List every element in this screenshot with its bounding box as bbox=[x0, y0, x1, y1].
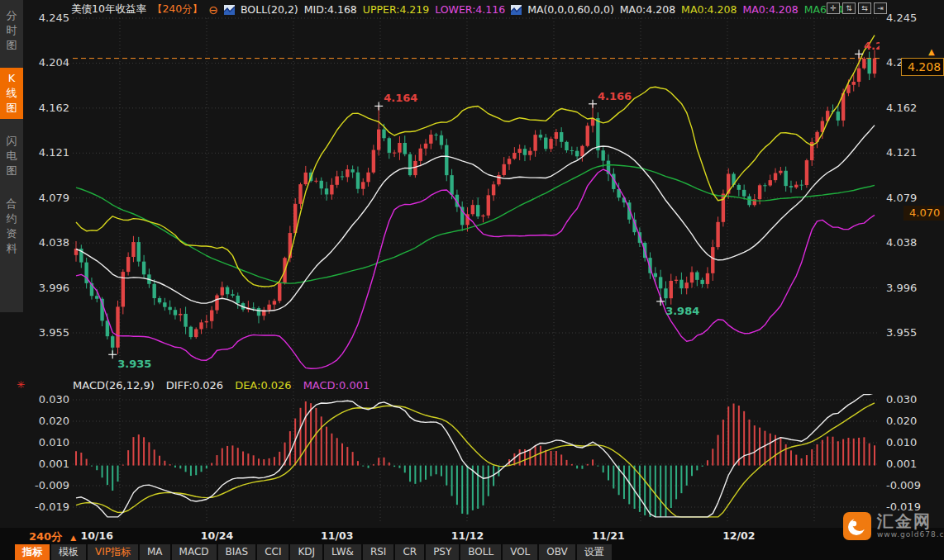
date-tick-11/03: 11/03 bbox=[321, 529, 353, 542]
axis-label: -0.009 bbox=[0, 478, 69, 493]
axis-label: 4.079 bbox=[886, 191, 917, 206]
date-tick-10/16: 10/16 bbox=[81, 529, 113, 542]
boll-lower-value: LOWER:4.116 bbox=[435, 3, 505, 16]
sidebar-tab-char: 时 bbox=[7, 23, 17, 38]
ma-params: MA(0,0,0,60,0,0) bbox=[527, 3, 614, 16]
date-tick-11/12: 11/12 bbox=[451, 529, 484, 542]
sidebar-tab-char: 图 bbox=[7, 101, 17, 116]
date-tick-11/21: 11/21 bbox=[592, 529, 624, 542]
axis-label: 0.010 bbox=[886, 435, 917, 450]
current-price-tag: 4.208 bbox=[901, 58, 944, 76]
sidebar-tab-char: 分 bbox=[7, 8, 17, 23]
axis-label: 3.996 bbox=[886, 281, 917, 296]
collapse-pane-icon[interactable]: ⇥ bbox=[874, 2, 887, 14]
sidebar-tab-char: 料 bbox=[7, 241, 17, 256]
indicator-header: 美债10年收益率【240分】⊖BOLL(20,2)MID:4.168UPPER:… bbox=[71, 2, 853, 17]
toolbar-button-BIAS[interactable]: BIAS bbox=[218, 544, 256, 560]
macd-dea-value: DEA:0.026 bbox=[235, 379, 292, 392]
brand-logo: 汇金网 www.gold678.com bbox=[843, 512, 944, 540]
axis-label: 0.001 bbox=[886, 457, 917, 472]
brand-url: www.gold678.com bbox=[877, 530, 944, 539]
sidebar-tab-char: 合 bbox=[7, 197, 17, 211]
axis-label: -0.019 bbox=[0, 500, 69, 515]
svg-text:3.984: 3.984 bbox=[665, 305, 699, 317]
axis-label: 0.030 bbox=[0, 392, 69, 407]
chart-tool-buttons: ✛⇅⇆⇥ bbox=[827, 2, 887, 14]
trading-terminal: 美债10年收益率【240分】⊖BOLL(20,2)MID:4.168UPPER:… bbox=[0, 0, 944, 560]
ma0-yellow-value: MA0:4.208 bbox=[681, 3, 737, 16]
svg-text:4.212: 4.212 bbox=[864, 40, 880, 52]
toolbar-button-LW&[interactable]: LW& bbox=[324, 544, 361, 560]
axis-label: 3.955 bbox=[0, 325, 69, 340]
sidebar-tab-char: 约 bbox=[7, 211, 17, 226]
sidebar-tab-lightning-chart[interactable]: 闪电图 bbox=[0, 131, 23, 182]
sidebar-tab-time-chart[interactable]: 分时图 bbox=[0, 5, 23, 56]
svg-text:3.935: 3.935 bbox=[117, 358, 151, 370]
macd-hist-value: MACD:0.001 bbox=[303, 379, 370, 392]
toolbar-button-KDJ[interactable]: KDJ bbox=[290, 544, 322, 560]
axis-label: 4.121 bbox=[886, 145, 917, 160]
ma0-white-value: MA0:4.208 bbox=[620, 3, 675, 16]
sidebar-tab-kline-chart[interactable]: K线图 bbox=[0, 68, 23, 119]
grid-lines bbox=[73, 18, 880, 522]
toolbar-button-指标[interactable]: 指标 bbox=[15, 544, 50, 560]
price-annotations: 3.9354.1644.1663.9844.212 bbox=[108, 40, 880, 370]
macd-diff-value: DIFF:0.026 bbox=[166, 379, 223, 392]
axis-label: 0.020 bbox=[0, 414, 69, 429]
sidebar-tab-char: 图 bbox=[7, 164, 17, 178]
period-selector-label: 240分 bbox=[29, 530, 62, 543]
toolbar-button-模板[interactable]: 模板 bbox=[51, 544, 86, 560]
chart-canvas[interactable]: 3.9354.1644.1663.9844.212 bbox=[73, 0, 880, 529]
sidebar-tab-char: 电 bbox=[7, 149, 17, 164]
mini-chart-icon bbox=[224, 5, 235, 15]
sidebar-tab-char: 闪 bbox=[7, 134, 17, 149]
axis-label: 3.955 bbox=[886, 325, 917, 340]
sidebar-tab-char: 线 bbox=[7, 86, 17, 101]
sidebar-tab-char: K bbox=[8, 71, 16, 86]
svg-text:4.166: 4.166 bbox=[598, 90, 632, 102]
sidebar-tab-contract-info[interactable]: 合约资料 bbox=[0, 193, 23, 259]
period-selector[interactable]: 240分▲ bbox=[29, 529, 76, 544]
date-tick-12/02: 12/02 bbox=[722, 529, 755, 542]
indicator-settings-icon[interactable]: ✳ bbox=[17, 379, 25, 391]
axis-label: 0.001 bbox=[0, 457, 69, 472]
reference-price-tag: 4.070 bbox=[903, 206, 944, 221]
move-tool-icon[interactable]: ✛ bbox=[827, 2, 840, 14]
toolbar-button-CR[interactable]: CR bbox=[395, 544, 424, 560]
mini-chart-icon bbox=[511, 5, 522, 15]
svg-text:4.164: 4.164 bbox=[384, 92, 417, 104]
axis-label: 4.038 bbox=[886, 235, 917, 250]
boll-params: BOLL(20,2) bbox=[241, 3, 298, 16]
toolbar-button-OBV[interactable]: OBV bbox=[539, 544, 575, 560]
toolbar-button-设置[interactable]: 设置 bbox=[577, 544, 612, 560]
toolbar-button-BOLL[interactable]: BOLL bbox=[460, 544, 501, 560]
toolbar-button-MACD[interactable]: MACD bbox=[172, 544, 217, 560]
sidebar: 分时图K线图闪电图合约资料 bbox=[0, 0, 23, 312]
time-axis-row: 240分▲ 10/1610/2411/0311/1211/2112/02 bbox=[0, 528, 944, 544]
boll-upper-value: UPPER:4.219 bbox=[363, 3, 429, 16]
axis-label: 4.245 bbox=[886, 11, 917, 26]
toolbar-button-PSY[interactable]: PSY bbox=[426, 544, 459, 560]
period-dropdown-arrow-icon: ▲ bbox=[70, 534, 76, 542]
toolbar-button-VOL[interactable]: VOL bbox=[503, 544, 537, 560]
candlesticks bbox=[74, 50, 876, 355]
date-tick-10/24: 10/24 bbox=[201, 529, 233, 542]
toolbar-button-MA[interactable]: MA bbox=[140, 544, 170, 560]
x-axis-zoom-icon[interactable]: ⇆ bbox=[858, 2, 871, 14]
toolbar-button-CCI[interactable]: CCI bbox=[257, 544, 288, 560]
ma0-magenta-value: MA0:4.208 bbox=[742, 3, 798, 16]
macd-histogram bbox=[76, 401, 875, 517]
toolbar-button-RSI[interactable]: RSI bbox=[363, 544, 394, 560]
sidebar-tab-char: 图 bbox=[7, 38, 17, 53]
period-label: 【240分】 bbox=[152, 2, 203, 17]
axis-label: 0.020 bbox=[886, 414, 917, 429]
macd-header: MACD(26,12,9)DIFF:0.026DEA:0.026MACD:0.0… bbox=[73, 379, 369, 392]
axis-label: 0.010 bbox=[0, 435, 69, 450]
axis-label: 0.030 bbox=[886, 392, 917, 407]
y-axis-zoom-icon[interactable]: ⇅ bbox=[842, 2, 856, 14]
boll-mid-value: MID:4.168 bbox=[304, 3, 357, 16]
gold678-logo-icon bbox=[843, 512, 871, 540]
sidebar-tab-char: 资 bbox=[7, 226, 17, 241]
toolbar-button-VIP指标[interactable]: VIP指标 bbox=[88, 544, 138, 560]
collapse-indicator-icon[interactable]: ⊖ bbox=[208, 3, 218, 17]
